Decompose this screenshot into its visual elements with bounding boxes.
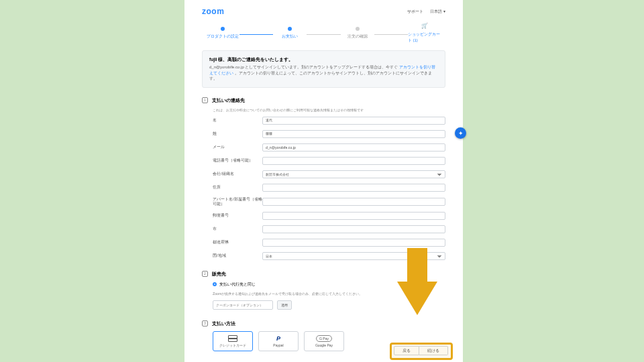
company-label: 会社/組織名	[213, 172, 262, 176]
apply-coupon-button[interactable]: 適用	[277, 300, 292, 310]
section-title-1: 支払いの連絡先	[212, 97, 245, 104]
lastname-input[interactable]	[262, 117, 445, 125]
apt-input[interactable]	[262, 198, 445, 206]
language-selector[interactable]: 日本語 ▾	[430, 9, 445, 15]
section-title-3: 支払い方法	[212, 320, 235, 327]
country-label: 国/地域	[213, 253, 262, 258]
credit-card-label: クレジットカード	[219, 343, 246, 347]
city-input[interactable]	[262, 225, 445, 233]
firstname-label: 姓	[213, 131, 262, 136]
account-notice: fujii 様、高額のご連絡先をいたします。 d_n@yorobife.co.j…	[202, 50, 445, 88]
notice-body: d_n@yorobife.co.jp としてサインインしています。別のアカウント…	[209, 64, 438, 81]
payment-card-credit[interactable]: クレジットカード	[213, 331, 253, 351]
chat-icon: ✦	[458, 130, 464, 137]
back-button[interactable]: 戻る	[394, 346, 419, 355]
phone-input[interactable]	[262, 157, 445, 165]
step-label-3: 注文の確認	[347, 34, 368, 40]
state-input[interactable]	[262, 239, 445, 247]
gpay-icon: G Pay	[316, 335, 332, 342]
support-link[interactable]: サポート	[407, 9, 423, 15]
step-dot-3	[356, 27, 360, 31]
section-number-3: 3	[202, 320, 208, 326]
section-number-1: 1	[202, 97, 208, 103]
step-label-1: プロダクトの設定	[207, 34, 239, 40]
same-as-billing-label: 支払い代行先と同じ	[219, 282, 256, 288]
section-billing-contact: 1 支払いの連絡先 これは、お支払や料金についてのお問い合わせの際にご利用可能な…	[202, 97, 445, 260]
notice-heading: fujii 様、高額のご連絡先をいたします。	[209, 57, 293, 62]
section-number-2: 2	[202, 271, 208, 277]
help-fab[interactable]: ✦	[455, 127, 466, 139]
phone-label: 電話番号（省略可能）	[213, 158, 262, 163]
apt-label: アパート名/部屋番号（省略可能）	[213, 197, 262, 206]
email-label: メール	[213, 145, 262, 149]
checkout-stepper: プロダクトの設定 お支払い 注文の確認 🛒 ショッピングカート (1)	[206, 23, 441, 44]
payment-card-gpay[interactable]: G Pay Google Pay	[304, 331, 344, 351]
credit-card-icon	[228, 335, 237, 342]
address-input[interactable]	[262, 184, 445, 192]
notice-prefix: d_n@yorobife.co.jp としてサインインしています。別のアカウント…	[209, 65, 398, 69]
zip-label: 郵便番号	[213, 213, 262, 218]
zip-input[interactable]	[262, 212, 445, 220]
step-dot-1	[221, 27, 225, 31]
section-sub-1: これは、お支払や料金についてのお問い合わせの際にご利用可能な連絡先情報またはその…	[213, 108, 445, 113]
paypal-label: Paypal	[273, 343, 283, 347]
coupon-input[interactable]	[213, 300, 273, 310]
lastname-label: 名	[213, 118, 262, 123]
next-button[interactable]: 続ける	[419, 346, 448, 355]
firstname-input[interactable]	[262, 130, 445, 138]
address-label: 住所	[213, 185, 262, 190]
city-label: 市	[213, 227, 262, 231]
gpay-label: Google Pay	[315, 343, 333, 347]
topbar: zoom サポート 日本語 ▾	[202, 7, 445, 16]
checkout-page: zoom サポート 日本語 ▾ プロダクトの設定 お支払い 注文の確認 🛒 ショ…	[184, 0, 463, 362]
payment-card-paypal[interactable]: P Paypal	[258, 331, 299, 351]
zoom-logo: zoom	[202, 7, 224, 16]
country-select[interactable]: 日本	[262, 252, 445, 260]
same-as-billing-radio[interactable]	[213, 282, 217, 286]
company-select[interactable]: 創芸市株式会社	[262, 170, 445, 178]
sold-to-note: Zoomが提供する通知および連絡先をメールで受け取る場合のみ、必要に応じて入力し…	[213, 292, 445, 296]
step-label-2: お支払い	[282, 34, 298, 40]
section-title-2: 販売先	[212, 271, 226, 278]
step-dot-2	[288, 27, 292, 31]
cart-icon[interactable]: 🛒	[421, 23, 428, 29]
paypal-icon: P	[276, 335, 280, 342]
cart-label[interactable]: ショッピングカート (1)	[408, 32, 441, 44]
section-sold-to: 2 販売先 支払い代行先と同じ Zoomが提供する通知および連絡先をメールで受け…	[202, 271, 445, 310]
email-input[interactable]	[262, 143, 445, 152]
state-label: 都道府県	[213, 240, 262, 245]
notice-suffix: 。アカウントの切り替えによって、このアカウントからサインアウトし、別のアカウント…	[209, 71, 432, 80]
footer-buttons: 戻る 続ける	[394, 346, 448, 355]
top-links: サポート 日本語 ▾	[407, 9, 445, 15]
